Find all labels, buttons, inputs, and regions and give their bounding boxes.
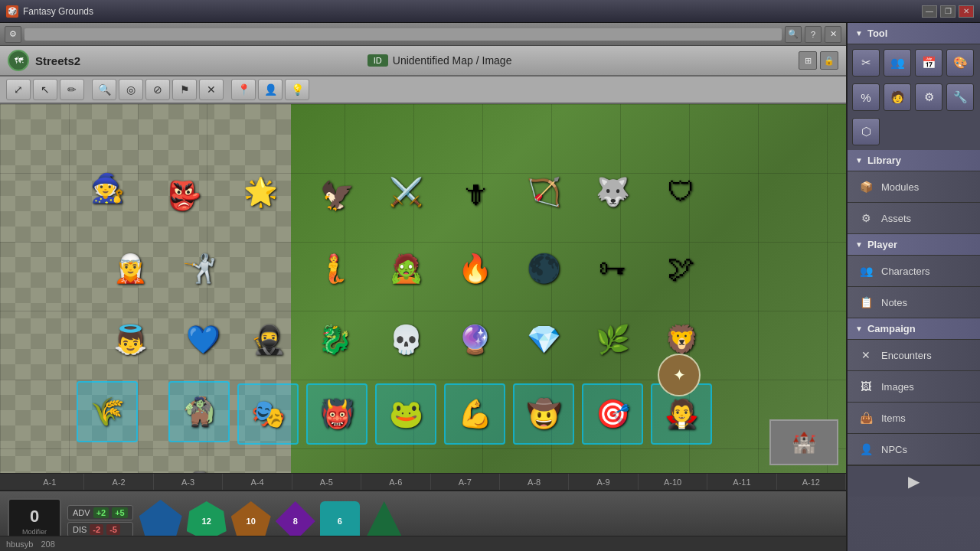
close-button[interactable]: ✕ [959,5,974,18]
map-header: 🗺 Streets2 ID Unidentified Map / Image ⊞… [0,46,846,77]
advantage-button[interactable]: ADV +2 +5 [67,505,133,520]
token-18[interactable]: 💙 [172,309,234,370]
expand-tool[interactable]: ⤢ [6,79,31,100]
token-13[interactable]: 🔥 [444,238,505,299]
tool-gear[interactable]: ⚙ [915,83,942,111]
token-27[interactable]: 🧌 [168,381,230,442]
token-23[interactable]: 💎 [513,309,574,370]
token-11[interactable]: 🧜 [302,238,364,299]
tool-calendar[interactable]: 📅 [915,49,942,77]
map-toolbar-top: ⚙ 🔍 ? ✕ [0,23,846,46]
tool-person[interactable]: 🧑 [884,83,911,111]
close-tool[interactable]: ✕ [199,79,224,100]
modules-label: Modules [881,181,919,193]
sidebar-item-modules[interactable]: 📦 Modules [848,171,980,203]
tool-scissors[interactable]: ✂ [852,49,880,77]
sidebar-item-encounters[interactable]: ✕ Encounters [848,340,980,371]
flag-tool[interactable]: ⚑ [172,79,197,100]
token-15[interactable]: 🗝 [582,238,643,299]
tool-percent[interactable]: % [852,83,880,111]
id-label: ID [374,56,382,65]
library-section-header[interactable]: ▼ Library [848,150,980,171]
token-4[interactable]: ⚔️ [375,161,436,223]
token-30[interactable]: 🐸 [375,383,436,445]
library-section-label: Library [867,155,901,166]
token-22[interactable]: 🔮 [444,309,505,370]
light-tool[interactable]: 💡 [285,79,309,100]
token-21[interactable]: 💀 [375,309,436,370]
minimize-button[interactable]: — [922,5,937,18]
modules-icon: 📦 [857,178,875,196]
token-19[interactable]: 🥷 [237,309,299,370]
map-canvas[interactable]: 🧙👺🌟🦅⚔️🗡🏹🐺🛡🧝🤺🧜🧟🔥🌑🗝🕊👼💙🥷🐉💀🔮💎🌿🦁🌾🧌🎭👹🐸💪🤠🎯🧛🗺🕵 ✦… [0,104,846,473]
token-31[interactable]: 💪 [444,383,505,445]
player-section-header[interactable]: ▼ Player [848,234,980,256]
multi-screen-icon[interactable]: ⊞ [799,51,817,70]
token-29[interactable]: 👹 [306,383,368,445]
circle-tool[interactable]: ◎ [119,79,143,100]
token-0[interactable]: 🧙 [77,158,138,219]
search-top-icon[interactable]: 🔍 [785,26,802,43]
tool-settings2[interactable]: 🔧 [946,83,974,111]
token-26[interactable]: 🌾 [77,381,138,442]
sidebar-item-assets[interactable]: ⚙ Assets [848,203,980,234]
tool-d6-icon[interactable]: ⬡ [852,118,880,145]
app-icon: 🎲 [6,5,18,18]
token-2[interactable]: 🌟 [230,161,291,223]
col-label-A-11: A-11 [707,474,776,490]
castle-panel[interactable]: 🏰 [769,419,838,465]
col-label-A-8: A-8 [500,474,569,490]
token-20[interactable]: 🐉 [304,309,365,370]
play-button[interactable]: ▶ [848,465,980,497]
close-panel-icon[interactable]: ✕ [825,26,841,43]
map-icon: 🗺 [8,50,29,71]
help-icon[interactable]: ? [805,26,822,43]
token-5[interactable]: 🗡 [444,164,505,225]
token-7[interactable]: 🐺 [582,161,643,223]
lock-icon[interactable]: 🔒 [820,51,838,70]
images-label: Images [881,381,914,393]
compass-rose[interactable]: ✦ [658,354,701,396]
sidebar-item-npcs[interactable]: 👤 NPCs [848,434,980,465]
token-16[interactable]: 🕊 [651,238,712,299]
sidebar-item-items[interactable]: 👜 Items [848,403,980,434]
token-10[interactable]: 🤺 [168,238,230,299]
campaign-section-header[interactable]: ▼ Campaign [848,318,980,340]
assets-icon: ⚙ [857,209,875,227]
token-32[interactable]: 🤠 [513,383,574,445]
map-center: ID Unidentified Map / Image [80,54,799,67]
tool-section-header[interactable]: ▼ Tool [848,23,980,44]
token-6[interactable]: 🏹 [513,161,574,223]
token-35[interactable]: 🗺 [88,456,149,473]
token-1[interactable]: 👺 [153,165,214,227]
tool-arrow: ▼ [855,29,863,37]
zoom-tool[interactable]: 🔍 [92,79,116,100]
images-icon: 🖼 [857,377,875,396]
pin-tool[interactable]: 📍 [231,79,256,100]
sidebar-item-notes[interactable]: 📋 Notes [848,287,980,318]
pointer-tool[interactable]: ↖ [33,79,57,100]
tool-users[interactable]: 👥 [884,49,911,77]
encounters-label: Encounters [881,350,932,361]
token-28[interactable]: 🎭 [237,383,299,445]
token-33[interactable]: 🎯 [582,383,643,445]
slash-tool[interactable]: ⊘ [145,79,170,100]
map-panel: ⚙ 🔍 ? ✕ 🗺 Streets2 ID Unidentified Map /… [0,23,846,551]
restore-button[interactable]: ❐ [940,5,956,18]
token-24[interactable]: 🌿 [582,309,643,370]
settings-icon[interactable]: ⚙ [5,26,21,43]
token-9[interactable]: 🧝 [100,238,161,299]
token-14[interactable]: 🌑 [513,238,574,299]
token-3[interactable]: 🦅 [306,165,368,227]
token-tool[interactable]: 👤 [258,79,283,100]
token-36[interactable]: 🕵 [172,456,234,473]
token-8[interactable]: 🛡 [651,161,712,223]
tool-palette[interactable]: 🎨 [946,49,974,77]
pencil-tool[interactable]: ✏ [60,79,84,100]
token-12[interactable]: 🧟 [375,238,436,299]
sidebar-item-images[interactable]: 🖼 Images [848,371,980,403]
disadvantage-button[interactable]: DIS -2 -5 [67,522,133,537]
token-17[interactable]: 👼 [100,309,161,370]
sidebar-item-characters[interactable]: 👥 Characters [848,256,980,287]
status-coord: 208 [41,540,54,549]
